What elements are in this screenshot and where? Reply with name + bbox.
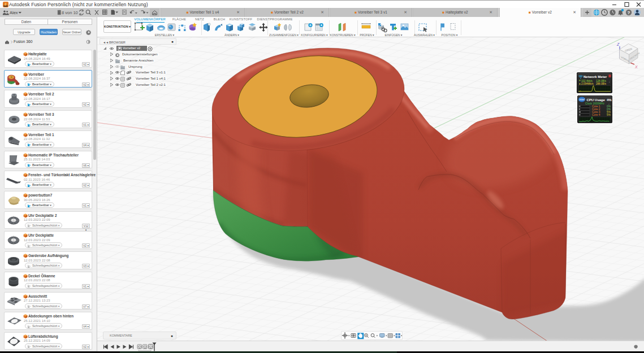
svg-text:5%: 5% xyxy=(607,114,611,116)
svg-text:CPU Usage: CPU Usage xyxy=(587,98,606,102)
svg-text:2.094Mb/s: 2.094Mb/s xyxy=(581,82,594,85)
svg-text:X: X xyxy=(634,65,638,69)
svg-text:Z: Z xyxy=(616,42,620,46)
svg-text:288.0B/s: 288.0B/s xyxy=(596,82,607,85)
svg-text:Alex: Alex xyxy=(10,10,18,15)
svg-text:?: ? xyxy=(628,10,630,15)
svg-text:4%: 4% xyxy=(607,98,612,102)
svg-text:8 von 10: 8 von 10 xyxy=(62,10,78,15)
svg-text:Clock 1600MHz: Clock 1600MHz xyxy=(585,102,604,105)
svg-text:Core 4: Core 4 xyxy=(592,114,600,116)
svg-text:Network Meter: Network Meter xyxy=(584,75,607,79)
svg-text:intel: intel xyxy=(579,98,585,101)
